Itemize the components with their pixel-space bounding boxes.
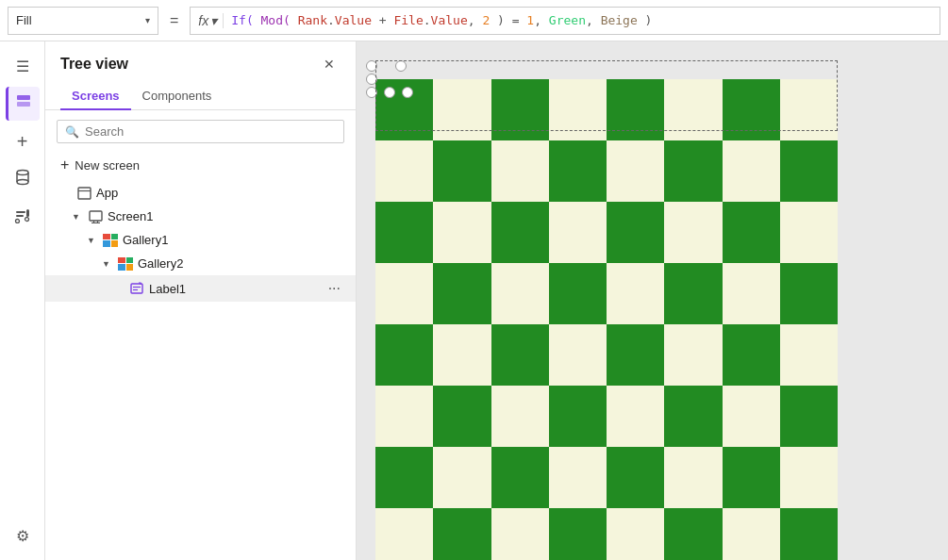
fill-dropdown[interactable]: Fill ▾ [8,7,158,35]
tabs-row: Screens Components [45,83,356,110]
label1-label: Label1 [149,282,324,296]
app-icon [75,187,92,200]
svg-rect-15 [131,284,142,293]
checkerboard-cell [780,263,838,324]
checkerboard-cell [607,386,664,447]
label1-more-button[interactable]: ··· [328,280,341,297]
checkerboard-cell [433,263,491,324]
checkerboard-cell [723,79,780,140]
canvas-content [366,51,838,560]
checkerboard-cell [664,140,722,202]
checkerboard-cell [549,79,607,140]
checkerboard-cell [780,79,838,140]
handle-tm [395,60,407,72]
handle-bl [366,87,377,98]
checkerboard-cell [607,324,664,386]
layers-button[interactable] [6,87,40,121]
label1-icon [128,282,145,295]
search-box: 🔍 [57,120,344,143]
checkerboard-cell [491,140,549,202]
gallery2-label: Gallery2 [138,256,341,271]
checkerboard-cell [664,508,722,560]
fx-text: fx [198,13,208,28]
checkerboard-cell [607,202,664,263]
canvas-area[interactable] [357,41,948,560]
tree-title: Tree view [60,56,128,73]
checkerboard-cell [375,263,433,324]
hamburger-icon: ☰ [16,58,29,75]
search-input[interactable] [85,124,336,139]
checkerboard-cell [433,79,491,140]
handle-br [402,87,413,98]
checkerboard-cell [433,324,491,386]
settings-icon: ⚙ [16,527,29,545]
gallery1-expand-arrow: ▼ [87,236,98,245]
tree-item-label1[interactable]: Label1 ··· [45,275,356,302]
tree-item-screen1[interactable]: ▼ Screen1 [45,205,356,228]
svg-rect-11 [90,211,102,221]
tree-items: App ▼ Screen1 ▼ [45,181,356,560]
tree-item-gallery2[interactable]: ▼ Gallery2 [45,252,356,275]
app-label: App [96,186,341,200]
tree-header: Tree view ✕ [45,41,356,83]
main-area: ☰ + [0,41,948,560]
checkerboard [375,79,838,560]
tree-panel: Tree view ✕ Screens Components 🔍 + New s… [45,41,357,560]
media-button[interactable] [6,200,40,234]
checkerboard-cell [549,202,607,263]
checkerboard-cell [491,324,549,386]
checkerboard-cell [433,202,491,263]
fx-label[interactable]: fx ▾ [198,13,224,28]
checkerboard-cell [780,140,838,202]
new-screen-plus-icon: + [60,156,69,173]
handle-bm [384,87,395,98]
layers-icon [15,93,32,114]
checkerboard-cell [549,508,607,560]
checkerboard-cell [664,263,722,324]
search-icon: 🔍 [65,125,79,139]
checkerboard-cell [375,202,433,263]
checkerboard-cell [664,447,722,508]
checkerboard-cell [549,140,607,202]
tree-item-app[interactable]: App [45,181,356,205]
new-screen-label: New screen [75,158,140,173]
settings-button[interactable]: ⚙ [6,519,40,552]
icon-bar: ☰ + [0,41,45,560]
close-button[interactable]: ✕ [318,53,341,75]
svg-rect-6 [26,209,29,217]
new-screen-button[interactable]: + New screen [45,149,356,181]
screen1-icon [87,210,104,223]
svg-point-8 [25,218,28,222]
gallery1-icon [102,234,119,247]
plus-button[interactable]: + [6,124,40,158]
checkerboard-cell [433,447,491,508]
checkerboard-cell [491,508,549,560]
checkerboard-cell [375,324,433,386]
checkerboard-cell [780,386,838,447]
fill-chevron: ▾ [145,15,150,25]
tree-item-gallery1[interactable]: ▼ Gallery1 [45,228,356,252]
checkerboard-cell [723,508,780,560]
checkerboard-cell [780,202,838,263]
formula-bar[interactable]: fx ▾ If( Mod( Rank.Value + File.Value, 2… [190,7,940,35]
svg-point-3 [17,180,28,185]
music-icon [14,206,31,227]
close-icon: ✕ [324,57,335,72]
screen1-expand-arrow: ▼ [72,212,83,222]
tab-screens[interactable]: Screens [60,83,131,110]
svg-rect-0 [17,95,30,100]
data-button[interactable] [6,162,40,196]
checkerboard-cell [607,79,664,140]
gallery1-label: Gallery1 [123,233,341,247]
screen1-label: Screen1 [108,209,341,223]
equals-sign: = [166,12,182,29]
svg-rect-1 [17,102,30,107]
checkerboard-cell [607,508,664,560]
hamburger-button[interactable]: ☰ [6,49,40,83]
handle-tl [366,60,377,72]
tab-components[interactable]: Components [131,83,224,110]
checkerboard-cell [433,508,491,560]
checkerboard-cell [664,202,722,263]
fx-chevron: ▾ [210,13,217,28]
checkerboard-cell [607,447,664,508]
